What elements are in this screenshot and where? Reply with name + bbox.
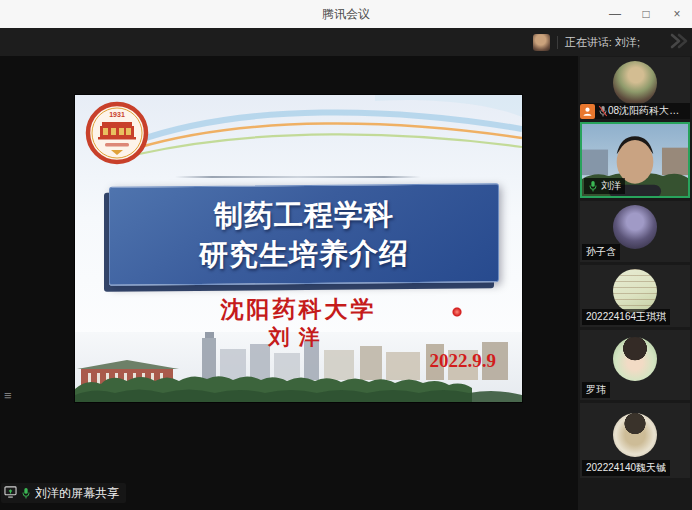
- participant-tile[interactable]: 孙子含: [580, 201, 690, 262]
- participant-name: 刘洋: [601, 179, 621, 193]
- window-title: 腾讯会议: [322, 6, 370, 23]
- window-controls: — □ ×: [608, 0, 684, 28]
- close-button[interactable]: ×: [670, 7, 684, 21]
- participant-label-chip: 罗玮: [582, 382, 610, 398]
- title-divider-line: [175, 176, 421, 178]
- slide-presenter-name: 刘洋: [75, 323, 522, 351]
- speaking-status-label: 正在讲话: 刘洋;: [565, 35, 640, 50]
- mic-muted-icon: [598, 105, 608, 117]
- active-speaker-avatar: [533, 34, 550, 51]
- participants-sidebar: 08沈阳药科大学-晨...: [578, 56, 692, 510]
- participant-name: 08沈阳药科大学-晨...: [608, 104, 686, 118]
- participant-avatar: [613, 61, 657, 105]
- participant-label-chip: 202224164王琪琪: [582, 309, 670, 325]
- participant-name: 罗玮: [586, 383, 606, 397]
- participant-label-bar: 08沈阳药科大学-晨...: [580, 103, 690, 119]
- participant-label-chip: 202224140魏天铖: [582, 460, 670, 476]
- collapse-sidebar-icon[interactable]: [669, 33, 689, 51]
- participant-avatar: [613, 205, 657, 249]
- maximize-button[interactable]: □: [639, 7, 653, 21]
- minimize-button[interactable]: —: [608, 7, 622, 21]
- participant-label-chip: 孙子含: [582, 244, 620, 260]
- meeting-header: 正在讲话: 刘洋;: [0, 28, 692, 56]
- screen-share-icon: [4, 484, 17, 502]
- mic-live-icon: [21, 487, 31, 499]
- participant-tile[interactable]: 08沈阳药科大学-晨...: [580, 57, 690, 119]
- active-speaker-info: 正在讲话: 刘洋;: [533, 34, 640, 51]
- slide-title-line1: 制药工程学科: [214, 195, 394, 235]
- participant-tile[interactable]: 202224140魏天铖: [580, 403, 690, 478]
- university-logo: 1931: [85, 101, 149, 165]
- slide-title-box: 制药工程学科 研究生培养介绍: [109, 183, 499, 285]
- participant-name: 202224164王琪琪: [586, 310, 666, 324]
- host-badge-icon: [580, 104, 595, 119]
- laser-pointer-dot: [452, 307, 462, 317]
- presentation-slide: 1931 制药工程学科 研究生培养介绍 沈阳药科大学 刘洋 2022.9.9: [75, 95, 522, 402]
- participant-name: 202224140魏天铖: [586, 461, 666, 475]
- slide-date: 2022.9.9: [430, 350, 497, 372]
- annotation-toolbar-handle[interactable]: ≡: [4, 392, 12, 399]
- logo-year: 1931: [109, 111, 125, 118]
- participant-label-chip: 刘洋: [584, 178, 625, 194]
- participant-tile[interactable]: 202224164王琪琪: [580, 265, 690, 327]
- screen-share-label: 刘洋的屏幕共享: [35, 485, 119, 502]
- participant-avatar: [613, 413, 657, 457]
- participant-avatar: [613, 269, 657, 313]
- slide-title-line2: 研究生培养介绍: [199, 234, 409, 274]
- screen-share-status-bar: 刘洋的屏幕共享: [1, 483, 126, 503]
- participant-tile-speaking[interactable]: 刘洋: [580, 122, 690, 198]
- header-divider: [557, 36, 558, 49]
- participant-tile[interactable]: 罗玮: [580, 330, 690, 400]
- screen-share-area: 1931 制药工程学科 研究生培养介绍 沈阳药科大学 刘洋 2022.9.9: [0, 56, 578, 510]
- participant-avatar: [613, 337, 657, 381]
- window-titlebar: 腾讯会议 — □ ×: [0, 0, 692, 29]
- mic-live-icon: [588, 180, 598, 192]
- participant-name: 孙子含: [586, 245, 616, 259]
